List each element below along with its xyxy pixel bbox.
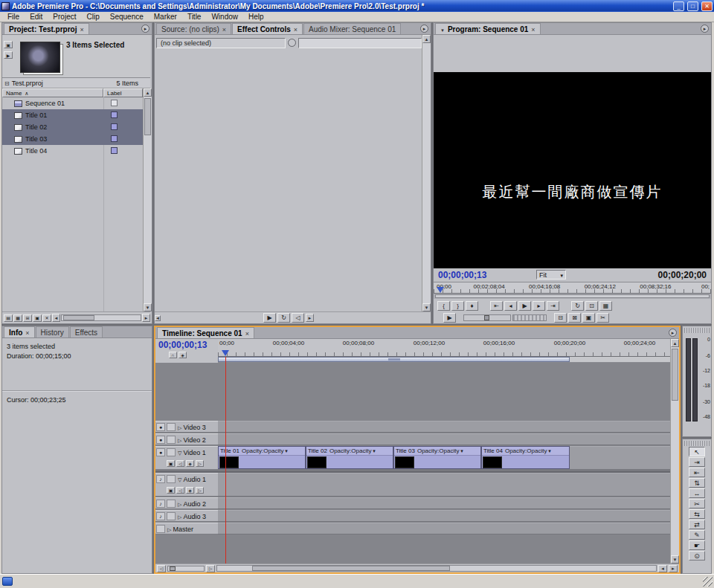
collapse-icon[interactable] — [176, 512, 183, 520]
track-lock-toggle[interactable] — [167, 512, 176, 520]
label-swatch[interactable] — [111, 100, 118, 106]
clip-fx-dropdown[interactable]: Opacity:Opacity — [242, 448, 288, 454]
shuttle-handle[interactable] — [484, 315, 489, 320]
menu-help[interactable]: Help — [243, 13, 269, 21]
pen-tool[interactable]: ✎ — [689, 530, 705, 540]
track-name[interactable]: Audio 3 — [183, 513, 206, 520]
timeline-ruler[interactable]: 00;00 00;00;04;00 00;00;08;00 00;00;12;0… — [218, 339, 670, 357]
zoom-slider-handle[interactable] — [170, 566, 176, 571]
menu-sequence[interactable]: Sequence — [105, 13, 149, 21]
export-frame-button[interactable] — [582, 313, 595, 323]
panel-menu-button[interactable] — [420, 25, 428, 33]
project-vertical-scrollbar[interactable] — [143, 88, 152, 311]
panel-drag-handle[interactable] — [684, 441, 710, 446]
effect-controls-scrollbar[interactable] — [422, 35, 431, 311]
encore-chapter-marker-button[interactable] — [178, 352, 187, 358]
ripple-edit-tool[interactable]: ⇤ — [689, 468, 705, 477]
scroll-left-icon[interactable] — [658, 565, 667, 572]
close-icon[interactable] — [80, 25, 84, 33]
selection-tool[interactable]: ↖ — [689, 447, 705, 456]
menu-file[interactable]: File — [2, 13, 25, 21]
set-out-point-button[interactable] — [451, 301, 464, 311]
scroll-right-icon[interactable] — [306, 314, 314, 322]
menu-clip[interactable]: Clip — [81, 13, 104, 21]
work-area-bar[interactable] — [218, 357, 570, 362]
zoom-in-icon[interactable]: ▷ — [206, 565, 215, 572]
poster-frame-icon[interactable]: ▣ — [4, 41, 13, 48]
label-swatch[interactable] — [111, 147, 118, 154]
speaker-icon[interactable] — [156, 512, 165, 520]
loop-icon[interactable] — [277, 313, 290, 323]
track-select-tool[interactable]: ⇥ — [689, 457, 705, 467]
track-lane-audio3[interactable] — [218, 510, 670, 522]
close-icon[interactable] — [294, 25, 298, 33]
collapse-icon[interactable] — [176, 500, 183, 508]
program-ruler[interactable]: 00;00 00;02;08;04 00;04;16;08 00;06;24;1… — [434, 282, 711, 294]
step-back-button[interactable] — [504, 301, 517, 311]
titlebar[interactable]: Adobe Premiere Pro - C:\Documents and Se… — [0, 0, 714, 12]
menu-marker[interactable]: Marker — [149, 13, 182, 21]
collapse-icon[interactable] — [166, 525, 173, 533]
previous-keyframe-icon[interactable] — [292, 313, 304, 323]
rolling-edit-tool[interactable]: ⇅ — [689, 478, 705, 488]
collapse-icon[interactable] — [176, 448, 183, 456]
eye-icon[interactable] — [156, 423, 165, 431]
scroll-up-icon[interactable] — [144, 88, 152, 97]
tab-program[interactable]: Program: Sequence 01 — [435, 23, 541, 34]
track-lock-toggle[interactable] — [167, 475, 176, 483]
track-lane-audio1[interactable] — [218, 473, 670, 497]
label-swatch[interactable] — [111, 123, 118, 130]
scroll-thumb[interactable] — [252, 566, 450, 571]
clip-fx-dropdown[interactable]: Opacity:Opacity — [329, 448, 376, 454]
scroll-up-icon[interactable] — [671, 339, 679, 347]
track-lane-video2[interactable] — [218, 433, 670, 445]
zoom-tool[interactable]: ⊙ — [689, 551, 705, 560]
timeline-clip-title-01[interactable]: Title 01Opacity:Opacity — [218, 446, 306, 469]
track-lane-master[interactable] — [218, 523, 670, 534]
project-tree-icon[interactable] — [2, 80, 12, 87]
chevron-down-icon[interactable] — [440, 25, 445, 33]
collapse-icon[interactable] — [176, 436, 183, 444]
scroll-up-icon[interactable] — [422, 35, 431, 43]
scroll-thumb[interactable] — [63, 315, 94, 320]
tab-audio-mixer[interactable]: Audio Mixer: Sequence 01 — [303, 23, 401, 34]
panel-menu-button[interactable] — [701, 25, 709, 33]
jog-disk[interactable] — [512, 314, 547, 321]
next-keyframe-icon[interactable] — [196, 460, 204, 467]
close-icon[interactable] — [531, 25, 535, 33]
project-row-sequence-01[interactable]: Sequence 01 — [2, 97, 143, 109]
automate-to-sequence-button[interactable]: ⊞ — [23, 314, 32, 322]
maximize-button[interactable] — [687, 1, 698, 11]
scroll-thumb[interactable] — [672, 349, 678, 401]
menu-window[interactable]: Window — [206, 13, 243, 21]
add-keyframe-icon[interactable] — [186, 460, 194, 467]
program-zoom-bar[interactable] — [434, 294, 711, 299]
timeline-clip-title-02[interactable]: Title 02Opacity:Opacity — [306, 446, 393, 469]
play-button[interactable] — [518, 301, 531, 311]
project-row-title-02[interactable]: Title 02 — [2, 121, 143, 133]
track-lock-toggle[interactable] — [167, 500, 176, 508]
loop-button[interactable] — [571, 301, 584, 311]
timeline-vertical-scrollbar[interactable] — [670, 339, 679, 563]
timeline-timecode[interactable]: 00;00;00;13 — [158, 340, 207, 350]
track-lane-audio2[interactable] — [218, 497, 670, 509]
speaker-icon[interactable] — [156, 475, 165, 483]
tab-timeline[interactable]: Timeline: Sequence 01 — [157, 327, 254, 338]
scroll-right-icon[interactable] — [669, 565, 678, 572]
column-header-name[interactable]: Name — [2, 88, 103, 97]
shuttle-slider[interactable] — [463, 314, 511, 321]
panel-drag-handle[interactable] — [684, 328, 710, 333]
label-swatch[interactable] — [111, 112, 118, 118]
tab-source[interactable]: Source: (no clips) — [156, 23, 231, 34]
track-name[interactable]: Audio 1 — [183, 476, 206, 483]
scroll-track[interactable] — [216, 565, 657, 572]
snap-toggle[interactable] — [169, 352, 177, 358]
timeline-clip-title-04[interactable]: Title 04Opacity:Opacity — [481, 446, 570, 469]
delete-button[interactable]: ✕ — [42, 314, 51, 322]
close-icon[interactable] — [25, 329, 29, 337]
add-keyframe-icon[interactable] — [186, 487, 194, 494]
work-area-grip[interactable] — [388, 358, 400, 361]
icon-view-button[interactable]: ▦ — [13, 314, 22, 322]
tab-effect-controls[interactable]: Effect Controls — [232, 23, 303, 34]
lift-button[interactable] — [554, 313, 567, 323]
